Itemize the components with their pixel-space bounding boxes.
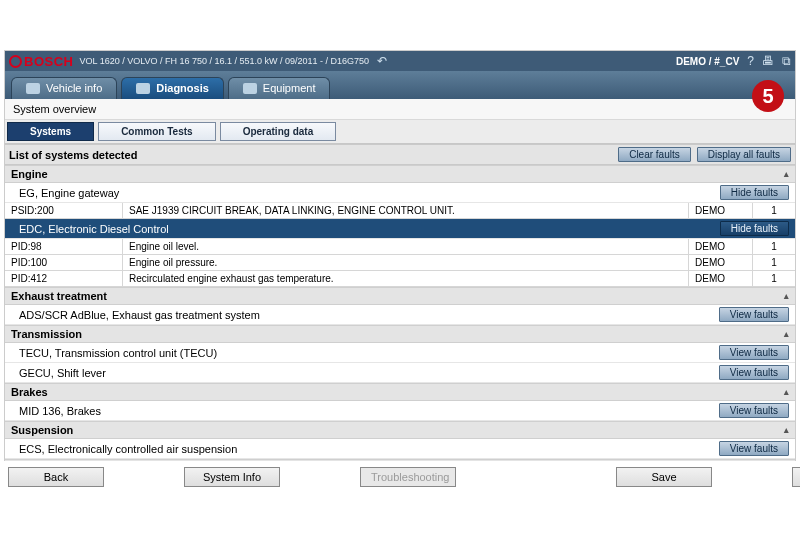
fault-row[interactable]: PID:98Engine oil level.DEMO1 — [5, 239, 795, 255]
page-title: System overview — [5, 99, 795, 120]
display-all-faults-button[interactable]: Display all faults — [697, 147, 791, 162]
subtab-operating-data[interactable]: Operating data — [220, 122, 337, 141]
sub-tabs: Systems Common Tests Operating data — [5, 120, 795, 144]
fault-row[interactable]: PID:100Engine oil pressure.DEMO1 — [5, 255, 795, 271]
hide-faults-button[interactable]: Hide faults — [720, 221, 789, 236]
system-row-mid136[interactable]: MID 136, Brakes View faults — [5, 401, 795, 421]
vehicle-icon — [26, 83, 40, 94]
subtab-systems[interactable]: Systems — [7, 122, 94, 141]
group-suspension[interactable]: Suspension — [5, 421, 795, 439]
continue-button[interactable]: Continue — [792, 467, 800, 487]
group-exhaust[interactable]: Exhaust treatment — [5, 287, 795, 305]
clear-faults-button[interactable]: Clear faults — [618, 147, 691, 162]
hide-faults-button[interactable]: Hide faults — [720, 185, 789, 200]
view-faults-button[interactable]: View faults — [719, 365, 789, 380]
detach-icon[interactable]: ⧉ — [782, 54, 791, 68]
tab-diagnosis[interactable]: Diagnosis — [121, 77, 224, 99]
bosch-logo: BOSCH — [9, 54, 73, 69]
step-badge: 5 — [752, 80, 784, 112]
system-row-ecs[interactable]: ECS, Electronically controlled air suspe… — [5, 439, 795, 459]
save-button[interactable]: Save — [616, 467, 712, 487]
system-row-eg[interactable]: EG, Engine gateway Hide faults — [5, 183, 795, 203]
equipment-icon — [243, 83, 257, 94]
system-row-gecu[interactable]: GECU, Shift lever View faults — [5, 363, 795, 383]
tab-equipment[interactable]: Equipment — [228, 77, 331, 99]
diagnosis-icon — [136, 83, 150, 94]
group-transmission[interactable]: Transmission — [5, 325, 795, 343]
system-info-button[interactable]: System Info — [184, 467, 280, 487]
back-button[interactable]: Back — [8, 467, 104, 487]
main-nav: Vehicle info Diagnosis Equipment — [5, 71, 795, 99]
system-row-ads[interactable]: ADS/SCR AdBlue, Exhaust gas treatment sy… — [5, 305, 795, 325]
subtab-common-tests[interactable]: Common Tests — [98, 122, 216, 141]
fault-row[interactable]: PID:412Recirculated engine exhaust gas t… — [5, 271, 795, 287]
view-faults-button[interactable]: View faults — [719, 345, 789, 360]
systems-list[interactable]: Engine EG, Engine gateway Hide faults PS… — [5, 165, 795, 492]
help-icon[interactable]: ? — [747, 54, 754, 68]
tab-vehicle-info[interactable]: Vehicle info — [11, 77, 117, 99]
group-engine[interactable]: Engine — [5, 165, 795, 183]
view-faults-button[interactable]: View faults — [719, 307, 789, 322]
system-row-tecu[interactable]: TECU, Transmission control unit (TECU) V… — [5, 343, 795, 363]
breadcrumb: VOL 1620 / VOLVO / FH 16 750 / 16.1 / 55… — [79, 56, 369, 66]
view-faults-button[interactable]: View faults — [719, 403, 789, 418]
system-row-edc[interactable]: EDC, Electronic Diesel Control Hide faul… — [5, 219, 795, 239]
group-brakes[interactable]: Brakes — [5, 383, 795, 401]
list-header: List of systems detected Clear faults Di… — [5, 144, 795, 165]
view-faults-button[interactable]: View faults — [719, 441, 789, 456]
print-icon[interactable]: 🖶 — [762, 54, 774, 68]
troubleshooting-button: Troubleshooting — [360, 467, 456, 487]
fault-row[interactable]: PSID:200 SAE J1939 CIRCUIT BREAK, DATA L… — [5, 203, 795, 219]
user-label: DEMO / #_CV — [676, 56, 739, 67]
title-bar: BOSCH VOL 1620 / VOLVO / FH 16 750 / 16.… — [5, 51, 795, 71]
footer-bar: Back System Info Troubleshooting Save Co… — [4, 461, 796, 493]
back-arrow-icon[interactable]: ↶ — [377, 54, 387, 68]
